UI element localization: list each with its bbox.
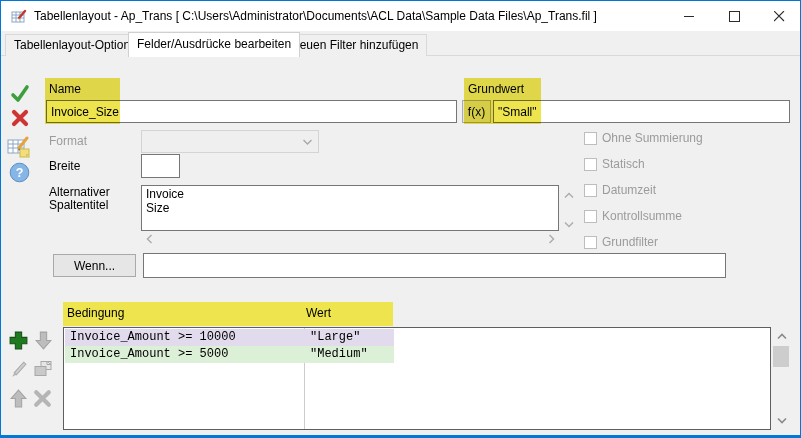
- format-label: Format: [49, 134, 87, 148]
- checkbox-box: [584, 158, 597, 171]
- tab-strip: Tabellenlayout-Optionen Felder/Ausdrücke…: [1, 31, 800, 56]
- discard-entry-button[interactable]: [10, 108, 30, 128]
- value-column-header: Wert: [306, 306, 331, 320]
- checkbox-grundfilter[interactable]: Grundfilter: [584, 235, 658, 249]
- tab-edit-fields-expressions[interactable]: Felder/Ausdrücke bearbeiten: [128, 32, 300, 57]
- edit-condition-button[interactable]: [8, 359, 29, 380]
- chevron-down-icon: [302, 138, 314, 148]
- format-dropdown[interactable]: [141, 130, 319, 153]
- wenn-condition-input[interactable]: [143, 253, 726, 278]
- duplicate-condition-button[interactable]: [32, 358, 54, 379]
- table-layout-icon: [11, 8, 27, 24]
- default-value-label: Grundwert: [468, 82, 524, 96]
- checkbox-label: Statisch: [602, 157, 645, 171]
- scrollbar-thumb[interactable]: [773, 346, 789, 367]
- checkbox-label: Ohne Summierung: [602, 131, 703, 145]
- tab-add-new-filter[interactable]: Neuen Filter hinzufügen: [282, 34, 427, 56]
- checkbox-box: [584, 132, 597, 145]
- width-input[interactable]: [141, 154, 180, 178]
- alt-column-title-label-line1: Alternativer: [49, 185, 110, 199]
- scroll-up-icon[interactable]: [563, 191, 575, 201]
- svg-text:?: ?: [16, 166, 24, 180]
- name-label: Name: [49, 82, 81, 96]
- help-button[interactable]: ?: [9, 162, 30, 183]
- scroll-down-icon[interactable]: [563, 220, 575, 230]
- table-layout-dialog: Tabellenlayout - Ap_Trans [ C:\Users\Adm…: [0, 0, 801, 438]
- condition-grid-header: Bedingung Wert: [63, 302, 393, 326]
- checkbox-label: Datumzeit: [602, 183, 656, 197]
- checkbox-label: Kontrollsumme: [602, 209, 682, 223]
- checkbox-ohne-summierung[interactable]: Ohne Summierung: [584, 131, 703, 145]
- condition-column-header: Bedingung: [67, 306, 124, 320]
- condition-cell: Invoice_Amount >= 10000: [70, 329, 236, 346]
- scroll-left-icon[interactable]: [145, 233, 157, 243]
- scroll-right-icon[interactable]: [547, 233, 559, 243]
- checkbox-box: [584, 236, 597, 249]
- condition-cell: Invoice_Amount >= 5000: [70, 346, 228, 363]
- condition-row[interactable]: Invoice_Amount >= 10000 "Large": [65, 329, 394, 346]
- edit-table-layout-icon[interactable]: [7, 134, 34, 159]
- wenn-condition-button[interactable]: Wenn...: [53, 254, 136, 277]
- checkbox-datumzeit[interactable]: Datumzeit: [584, 183, 656, 197]
- checkbox-box: [584, 210, 597, 223]
- move-down-button[interactable]: [33, 330, 54, 351]
- condition-row[interactable]: Invoice_Amount >= 5000 "Medium": [65, 346, 394, 363]
- checkbox-statisch[interactable]: Statisch: [584, 157, 645, 171]
- close-button[interactable]: [757, 1, 801, 31]
- default-value-input[interactable]: [493, 100, 790, 123]
- title-bar: Tabellenlayout - Ap_Trans [ C:\Users\Adm…: [1, 1, 800, 31]
- condition-listbox[interactable]: Invoice_Amount >= 10000 "Large" Invoice_…: [63, 327, 771, 430]
- delete-condition-button[interactable]: [32, 388, 53, 409]
- window-title: Tabellenlayout - Ap_Trans [ C:\Users\Adm…: [34, 9, 597, 23]
- add-condition-button[interactable]: [8, 330, 29, 351]
- name-input[interactable]: [46, 100, 457, 123]
- alt-column-title-textarea[interactable]: Invoice Size: [141, 185, 559, 231]
- scrollbar-down-icon[interactable]: [776, 416, 788, 426]
- width-label: Breite: [49, 159, 80, 173]
- maximize-button[interactable]: [712, 1, 757, 31]
- move-up-button[interactable]: [8, 388, 29, 409]
- checkbox-box: [584, 184, 597, 197]
- scrollbar-up-icon[interactable]: [776, 332, 788, 342]
- checkbox-label: Grundfilter: [602, 235, 658, 249]
- value-cell: "Medium": [310, 346, 368, 363]
- checkbox-kontrollsumme[interactable]: Kontrollsumme: [584, 209, 682, 223]
- value-cell: "Large": [310, 329, 360, 346]
- accept-entry-button[interactable]: [10, 84, 30, 104]
- minimize-button[interactable]: [667, 1, 712, 31]
- alt-column-title-label-line2: Spaltentitel: [49, 198, 108, 212]
- fx-expression-button[interactable]: f(x): [462, 100, 491, 123]
